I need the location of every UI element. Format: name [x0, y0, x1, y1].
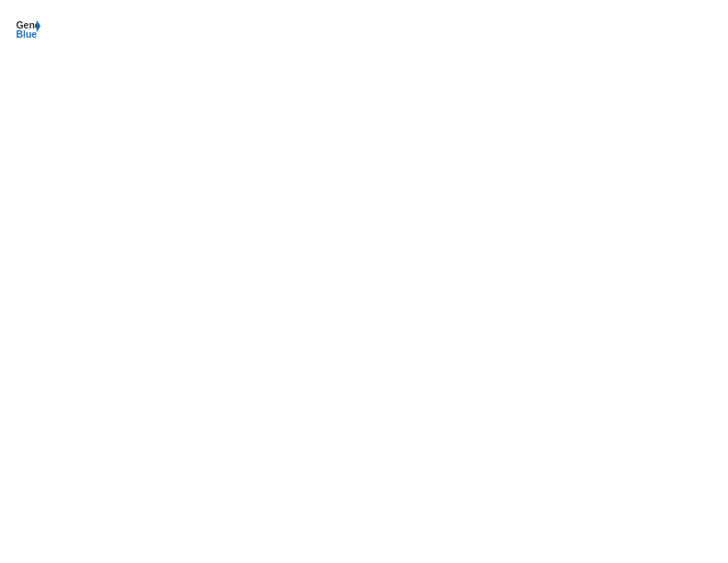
page-header: General Blue — [15, 15, 713, 40]
svg-text:Blue: Blue — [16, 29, 37, 40]
logo-icon: General Blue — [15, 15, 40, 40]
logo: General Blue — [15, 15, 40, 40]
